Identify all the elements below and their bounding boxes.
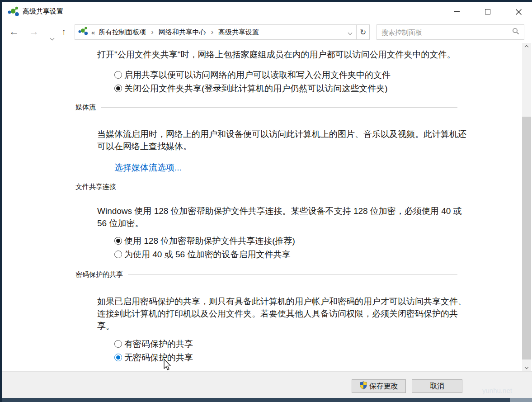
radio-enable-40-56-bit-encryption[interactable]: 为使用 40 或 56 位加密的设备启用文件共享 [114,250,290,259]
password-sharing-description-line3: 享。 [97,321,114,331]
breadcrumb-network-icon [78,26,89,38]
section-title: 文件共享连接 [75,183,116,191]
media-streaming-description-line2: 可以在网络上查找媒体。 [97,142,192,151]
public-folder-sharing-description: 打开"公用文件夹共享"时，网络上包括家庭组成员在内的用户都可以访问公用文件夹中的… [97,50,456,60]
cancel-button[interactable]: 取消 [412,379,462,393]
window-border-bottom [0,398,532,402]
maximize-icon [485,9,490,14]
radio-turn-off-password-protected-sharing[interactable]: 无密码保护的共享 [114,353,193,362]
section-divider [128,274,457,275]
radio-turn-on-password-protected-sharing[interactable]: 有密码保护的共享 [114,340,193,349]
search-box[interactable] [377,24,524,40]
settings-scroll-area: 打开"公用文件夹共享"时，网络上包括家庭组成员在内的用户都可以访问公用文件夹中的… [2,43,522,371]
radio-icon[interactable] [114,71,122,79]
minimize-button[interactable] [449,5,464,19]
section-divider [101,107,457,108]
minimize-icon [454,11,460,12]
close-icon [515,9,522,15]
scrollbar-thumb[interactable] [522,117,531,359]
file-sharing-description-line2: 56 位加密。 [97,218,143,228]
section-divider [121,187,457,187]
password-sharing-description-line2: 连接到此计算机的打印机以及公用文件夹。若要使其他人具备访问权限，必须关闭密码保护… [97,309,458,319]
scroll-down-button[interactable] [522,363,531,371]
breadcrumb-separator-icon: › [151,28,153,36]
vertical-scrollbar[interactable] [522,43,531,371]
radio-icon-selected[interactable] [114,85,122,92]
radio-use-128-bit-encryption[interactable]: 使用 128 位加密帮助保护文件共享连接(推荐) [114,236,295,246]
search-input[interactable] [377,28,512,36]
navigation-bar: ← → ↑ « 所有控制面板项 › 网络和共享中心 › 高级共享设置 [2,20,532,43]
chevron-down-icon [348,31,353,35]
uac-shield-icon [360,381,367,391]
breadcrumb-separator-icon: › [211,28,213,36]
file-sharing-description-line1: Windows 使用 128 位加密帮助保护文件共享连接。某些设备不支持 128… [97,206,462,216]
section-file-sharing-connections: 文件共享连接 [75,183,457,191]
radio-icon-selected[interactable] [114,354,122,361]
forward-button[interactable]: → [27,24,41,39]
media-streaming-description-line1: 当媒体流启用时，网络上的用户和设备便可以访问此计算机上的图片、音乐以及视频。此计… [97,129,466,139]
chevron-down-icon [525,365,528,369]
chevron-up-icon [525,45,528,49]
address-dropdown-button[interactable] [348,28,352,36]
section-title: 密码保护的共享 [75,270,123,279]
radio-enable-public-folder-sharing[interactable]: 启用共享以便可以访问网络的用户可以读取和写入公用文件夹中的文件 [114,71,391,80]
password-sharing-description-line1: 如果已启用密码保护的共享，则只有具备此计算机的用户帐户和密码的用户才可以访问共享… [97,297,466,307]
save-changes-button[interactable]: 保存更改 [352,379,406,393]
close-button[interactable] [511,5,526,19]
breadcrumb-item-advanced-sharing-settings[interactable]: 高级共享设置 [218,28,259,37]
breadcrumb[interactable]: « 所有控制面板项 › 网络和共享中心 › 高级共享设置 ↻ [75,24,370,40]
maximize-button[interactable] [480,5,495,19]
section-password-protected-sharing: 密码保护的共享 [75,270,457,279]
breadcrumb-item-all-control-panel-items[interactable]: 所有控制面板项 [99,28,146,37]
section-title: 媒体流 [75,103,96,112]
cancel-label: 取消 [430,382,444,391]
scroll-up-button[interactable] [522,43,531,51]
breadcrumb-overflow-chevrons[interactable]: « [91,28,95,36]
up-button[interactable]: ↑ [57,24,71,39]
network-sharing-icon [7,6,20,19]
chevron-down-icon [50,36,54,41]
radio-turn-off-public-folder-sharing[interactable]: 关闭公用文件夹共享(登录到此计算机的用户仍然可以访问这些文件夹) [114,84,388,93]
breadcrumb-item-network-sharing-center[interactable]: 网络和共享中心 [159,28,206,37]
radio-icon[interactable] [114,340,122,348]
advanced-sharing-settings-window: 高级共享设置 ← → ↑ [0,0,532,402]
choose-media-streaming-options-link[interactable]: 选择媒体流选项... [114,162,182,174]
save-changes-label: 保存更改 [369,382,398,391]
watermark: yunhu.net [482,387,512,394]
refresh-button[interactable]: ↻ [357,25,369,39]
title-bar: 高级共享设置 [2,2,532,20]
window-title: 高级共享设置 [23,7,63,16]
radio-icon[interactable] [114,251,122,258]
search-icon[interactable] [512,28,519,37]
radio-icon-selected[interactable] [114,237,122,245]
back-button[interactable]: ← [7,24,21,39]
footer-panel: 保存更改 取消 yunhu.net [2,371,532,398]
section-media-streaming: 媒体流 [75,103,457,111]
